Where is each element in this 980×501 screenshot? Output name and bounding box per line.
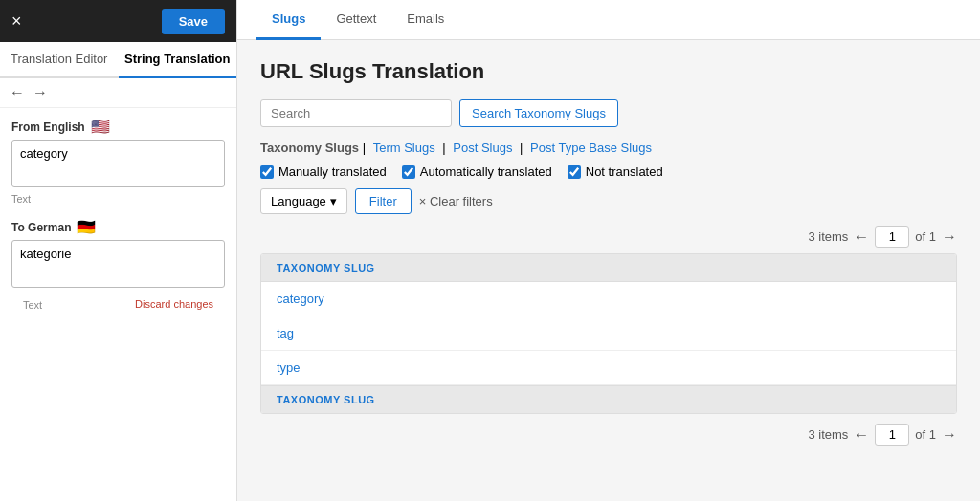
post-slugs-link[interactable]: Post Slugs — [453, 141, 512, 155]
search-taxonomy-button[interactable]: Search Taxonomy Slugs — [459, 99, 618, 127]
auto-translated-checkbox[interactable] — [402, 165, 415, 179]
not-translated-checkbox[interactable] — [568, 165, 581, 179]
post-type-base-slugs-link[interactable]: Post Type Base Slugs — [530, 141, 652, 155]
to-field-label: Text — [23, 299, 42, 311]
language-dropdown[interactable]: Language ▾ — [260, 188, 347, 214]
sidebar-nav: ← → — [0, 78, 236, 108]
tab-translation-editor[interactable]: Translation Editor — [0, 42, 119, 78]
prev-page-button-top[interactable]: ← — [854, 229, 869, 246]
auto-translated-checkbox-label[interactable]: Automatically translated — [402, 164, 552, 179]
to-flag: 🇩🇪 — [77, 218, 96, 236]
clear-filters-button[interactable]: × Clear filters — [419, 194, 493, 208]
filter-button[interactable]: Filter — [355, 188, 412, 214]
manually-translated-checkbox-label[interactable]: Manually translated — [260, 164, 387, 179]
of-label-bottom: of 1 — [915, 427, 936, 442]
from-label-text: From English — [11, 120, 85, 134]
filter-links-prefix: Taxonomy Slugs — [260, 141, 359, 155]
close-button[interactable]: × — [11, 11, 22, 32]
next-page-button-bottom[interactable]: → — [942, 426, 957, 444]
term-slugs-link[interactable]: Term Slugs — [373, 141, 435, 155]
search-row: Search Taxonomy Slugs — [260, 99, 957, 127]
language-dropdown-label: Language — [271, 194, 326, 208]
main-scrollable: URL Slugs Translation Search Taxonomy Sl… — [237, 40, 980, 501]
table-header: TAXONOMY SLUG — [261, 254, 956, 282]
main-content-area: Slugs Gettext Emails URL Slugs Translati… — [237, 0, 980, 501]
tab-emails[interactable]: Emails — [391, 0, 459, 40]
prev-page-button-bottom[interactable]: ← — [854, 426, 869, 444]
tab-string-translation[interactable]: String Translation — [119, 42, 237, 78]
from-section: From English 🇺🇸 Text — [0, 108, 236, 208]
slugs-table: TAXONOMY SLUG category tag type TAXONOMY… — [260, 253, 957, 414]
pagination-bottom: 3 items ← of 1 → — [260, 424, 957, 446]
table-row[interactable]: category — [261, 282, 956, 316]
to-section: To German 🇩🇪 Text Discard changes — [0, 208, 236, 318]
from-label: From English 🇺🇸 — [11, 118, 225, 136]
discard-changes-link[interactable]: Discard changes — [135, 298, 213, 310]
auto-translated-label: Automatically translated — [420, 164, 552, 179]
items-count-bottom: 3 items — [808, 427, 848, 442]
of-label-top: of 1 — [915, 229, 936, 244]
main-tabs: Slugs Gettext Emails — [237, 0, 980, 40]
table-footer: TAXONOMY SLUG — [261, 385, 956, 413]
from-textarea[interactable] — [11, 140, 225, 187]
sidebar-tabs: Translation Editor String Translation — [0, 42, 236, 78]
page-input-bottom[interactable] — [875, 424, 909, 446]
sidebar: × Save Translation Editor String Transla… — [0, 0, 237, 501]
table-row[interactable]: tag — [261, 316, 956, 351]
sidebar-header: × Save — [0, 0, 236, 42]
to-label-text: To German — [11, 221, 71, 234]
nav-back-button[interactable]: ← — [10, 84, 25, 101]
dropdown-chevron-icon: ▾ — [330, 194, 337, 208]
search-input[interactable] — [260, 99, 452, 127]
from-field-label: Text — [11, 193, 225, 205]
to-label: To German 🇩🇪 — [11, 218, 225, 236]
next-page-button-top[interactable]: → — [942, 229, 957, 246]
table-row[interactable]: type — [261, 351, 956, 385]
tab-gettext[interactable]: Gettext — [321, 0, 391, 40]
checkbox-row: Manually translated Automatically transl… — [260, 164, 957, 179]
not-translated-label: Not translated — [586, 164, 663, 179]
save-button[interactable]: Save — [162, 9, 225, 34]
from-flag: 🇺🇸 — [91, 118, 110, 136]
filter-row: Language ▾ Filter × Clear filters — [260, 188, 957, 214]
to-footer: Text Discard changes — [11, 293, 225, 315]
not-translated-checkbox-label[interactable]: Not translated — [568, 164, 663, 179]
nav-forward-button[interactable]: → — [33, 84, 48, 101]
items-count-top: 3 items — [808, 229, 848, 244]
page-title: URL Slugs Translation — [260, 59, 957, 84]
tab-slugs[interactable]: Slugs — [256, 0, 321, 40]
manually-translated-label: Manually translated — [278, 164, 387, 179]
page-input-top[interactable] — [875, 226, 909, 248]
filter-links: Taxonomy Slugs | Term Slugs | Post Slugs… — [260, 141, 957, 155]
manually-translated-checkbox[interactable] — [260, 165, 274, 179]
pagination-top: 3 items ← of 1 → — [260, 226, 957, 248]
to-textarea[interactable] — [11, 240, 225, 288]
